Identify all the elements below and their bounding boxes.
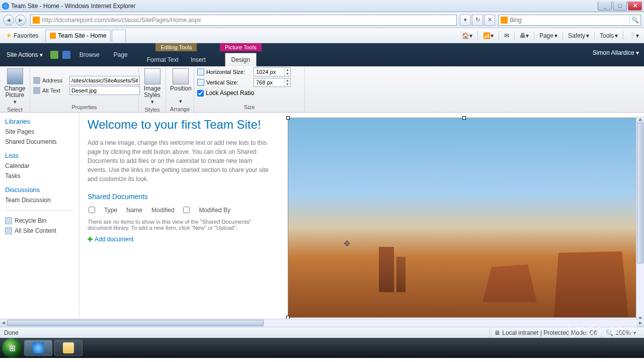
refresh-button[interactable]: ↻ <box>472 15 483 26</box>
taskbar-explorer[interactable] <box>54 340 83 356</box>
ql-lists-head[interactable]: Lists <box>5 152 74 159</box>
tools-menu[interactable]: Tools▾ <box>598 31 620 40</box>
picture-tools-label: Picture Tools <box>220 43 262 51</box>
ql-site-pages[interactable]: Site Pages <box>5 127 74 137</box>
favorites-button[interactable]: ★ Favorites <box>3 31 41 40</box>
shared-docs-heading[interactable]: Shared Documents <box>88 193 273 201</box>
ql-shared-documents[interactable]: Shared Documents <box>5 137 74 147</box>
page-menu[interactable]: Page▾ <box>537 31 559 40</box>
editing-tools-label: Editing Tools <box>155 43 197 51</box>
alt-text-input[interactable] <box>69 86 140 95</box>
all-content-icon <box>5 227 12 234</box>
minimize-button[interactable]: _ <box>598 2 612 11</box>
hscroll-thumb[interactable] <box>7 320 264 326</box>
site-actions-menu[interactable]: Site Actions ▾ <box>3 49 46 61</box>
edit-page-icon[interactable] <box>62 51 70 59</box>
maximize-button[interactable]: □ <box>613 2 627 11</box>
address-input[interactable] <box>69 76 140 85</box>
move-cursor-icon: ✥ <box>344 239 350 248</box>
ql-team-discussion[interactable]: Team Discussion <box>5 195 74 205</box>
group-size-label: Size <box>197 103 301 111</box>
lock-aspect-checkbox[interactable] <box>197 90 204 97</box>
new-tab-button[interactable] <box>112 30 126 42</box>
change-picture-button[interactable]: Change Picture ▾ <box>3 67 27 106</box>
resize-handle-tm[interactable] <box>462 116 466 120</box>
ql-libraries-head[interactable]: Libraries <box>5 118 74 125</box>
tab-favicon <box>50 33 56 39</box>
user-menu[interactable]: Simon Allardice ▾ <box>593 49 639 56</box>
hsize-label: Horizontal Size: <box>206 69 252 75</box>
vsize-input[interactable] <box>254 79 284 85</box>
address-label: Address <box>42 77 67 83</box>
hsize-up[interactable]: ▲ <box>285 68 290 72</box>
close-button[interactable]: ✕ <box>628 2 642 11</box>
taskbar-ie[interactable] <box>24 340 52 356</box>
col-name[interactable]: Name <box>126 207 142 214</box>
vsize-up[interactable]: ▲ <box>285 78 290 82</box>
quick-launch: Libraries Site Pages Shared Documents Li… <box>0 113 79 319</box>
stop-button[interactable]: ✕ <box>484 15 495 26</box>
print-menu[interactable]: 🖶▾ <box>518 31 531 40</box>
sd-select-all[interactable] <box>89 207 95 213</box>
shared-docs-header-row: Type Name Modified Modified By <box>88 205 273 216</box>
home-menu[interactable]: 🏠▾ <box>460 31 474 40</box>
vsize-down[interactable]: ▼ <box>285 82 290 86</box>
back-button[interactable]: ◄ <box>3 15 14 26</box>
ql-all-site-content[interactable]: All Site Content <box>5 226 74 236</box>
security-zone[interactable]: 🖥 Local intranet | Protected Mode: Off <box>490 327 601 338</box>
hsize-down[interactable]: ▼ <box>285 72 290 76</box>
vsize-spinner[interactable]: ▲▼ <box>254 78 291 87</box>
tab-design[interactable]: Design <box>225 53 257 66</box>
scroll-left-arrow[interactable]: ◄ <box>0 319 7 327</box>
lock-aspect-label: Lock Aspect Ratio <box>206 89 254 97</box>
url-dropdown[interactable]: ▾ <box>460 15 471 26</box>
address-bar[interactable] <box>30 15 457 26</box>
scroll-up-arrow[interactable]: ▲ <box>636 116 644 123</box>
help-menu[interactable]: ❔▾ <box>626 31 641 40</box>
welcome-heading: Welcome to your first Team Site! <box>88 118 273 132</box>
navigate-up-icon[interactable] <box>50 51 58 59</box>
feeds-menu[interactable]: 📶▾ <box>481 31 496 40</box>
tab-format-text[interactable]: Format Text <box>141 53 185 66</box>
resize-handle-tl[interactable] <box>286 116 290 120</box>
ql-tasks[interactable]: Tasks <box>5 171 74 181</box>
position-button[interactable]: Position▾ <box>169 67 193 105</box>
search-bar[interactable]: 🔍 <box>498 15 641 26</box>
hsize-spinner[interactable]: ▲▼ <box>254 67 291 76</box>
plus-icon: ✚ <box>88 236 93 243</box>
tab-browse[interactable]: Browse <box>74 48 105 61</box>
vertical-scrollbar[interactable]: ▲ ▼ <box>636 116 644 322</box>
col-type[interactable]: Type <box>104 207 117 214</box>
taskbar: ⊞ <box>0 338 644 358</box>
sd-col-check[interactable] <box>183 207 190 213</box>
ql-discussions-head[interactable]: Discussions <box>5 186 74 194</box>
tab-insert[interactable]: Insert <box>185 53 212 66</box>
hsize-input[interactable] <box>254 69 284 75</box>
scroll-right-arrow[interactable]: ► <box>637 319 644 327</box>
url-input[interactable] <box>42 17 456 24</box>
image-webpart: ✥ <box>281 113 644 319</box>
col-modified-by[interactable]: Modified By <box>199 207 230 214</box>
forward-button[interactable]: ► <box>15 15 26 26</box>
col-modified[interactable]: Modified <box>151 207 174 214</box>
ql-calendar[interactable]: Calendar <box>5 161 74 171</box>
add-document-link[interactable]: ✚ Add document <box>88 236 273 243</box>
window-title: Team Site - Home - Windows Internet Expl… <box>11 3 597 10</box>
change-picture-icon <box>7 68 23 84</box>
status-bar: Done 🖥 Local intranet | Protected Mode: … <box>0 327 644 338</box>
safety-menu[interactable]: Safety▾ <box>566 31 591 40</box>
search-go-button[interactable]: 🔍 <box>629 17 640 24</box>
browser-tab[interactable]: Team Site - Home <box>45 30 111 42</box>
search-input[interactable] <box>510 17 629 24</box>
site-favicon <box>33 17 40 24</box>
zoom-control[interactable]: 🔍 100% ▾ <box>601 327 640 338</box>
mail-menu[interactable]: ✉ <box>502 31 511 40</box>
vscroll-thumb[interactable] <box>637 123 643 263</box>
tab-page[interactable]: Page <box>109 48 133 61</box>
image-styles-button[interactable]: Image Styles ▾ <box>142 67 163 106</box>
ql-recycle-bin[interactable]: Recycle Bin <box>5 216 74 226</box>
start-button[interactable]: ⊞ <box>2 338 22 358</box>
welcome-body: Add a new image, change this welcome tex… <box>88 138 273 184</box>
horizontal-scrollbar[interactable]: ◄ ► <box>0 319 644 327</box>
selected-image[interactable]: ✥ <box>288 118 641 318</box>
